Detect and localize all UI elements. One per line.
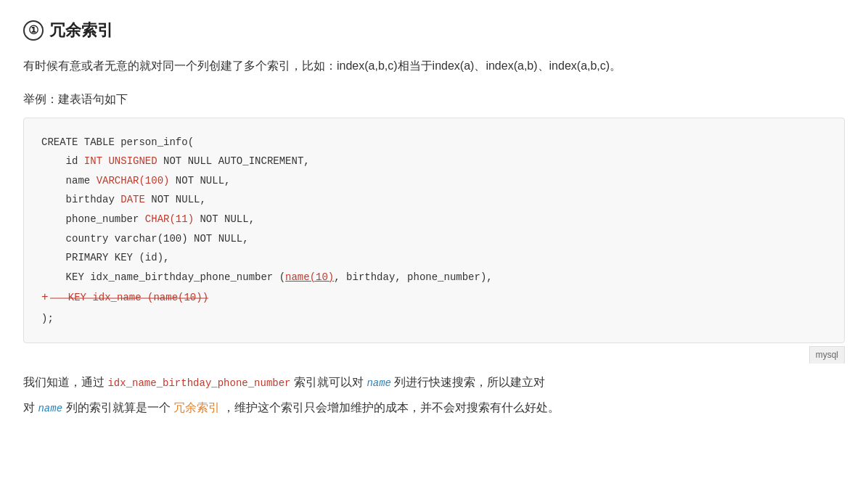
- bt1-inline-code-1: idx_name_birthday_phone_number: [107, 377, 290, 389]
- code-block: CREATE TABLE person_info( id INT UNSIGNE…: [23, 118, 845, 344]
- bottom-text-1: 我们知道，通过 idx_name_birthday_phone_number 索…: [23, 372, 845, 393]
- redundant-link[interactable]: 冗余索引: [173, 401, 220, 414]
- example-label: 举例：建表语句如下: [23, 90, 845, 109]
- mysql-badge: mysql: [809, 346, 845, 364]
- code-line-6: country varchar(100) NOT NULL,: [41, 229, 827, 249]
- description-text: 有时候有意或者无意的就对同一个列创建了多个索引，比如：index(a,b,c)相…: [23, 56, 845, 77]
- section-title: ① 冗余索引: [23, 17, 845, 43]
- code-line-8: KEY idx_name_birthday_phone_number (name…: [41, 268, 827, 287]
- strikethrough-content: KEY idx_name (name(10)): [50, 288, 208, 308]
- bottom-text-2: 对 name 列的索引就算是一个 冗余索引 ，维护这个索引只会增加维护的成本，并…: [23, 398, 845, 419]
- bt2-middle: 列的索引就算是一个: [66, 401, 171, 414]
- bt1-before: 我们知道，通过: [23, 376, 105, 388]
- code-line-9: + KEY idx_name (name(10)): [41, 287, 827, 308]
- code-line-2: id INT UNSIGNED NOT NULL AUTO_INCREMENT,: [41, 152, 827, 171]
- bt2-before: 对: [23, 401, 35, 414]
- code-wrapper: CREATE TABLE person_info( id INT UNSIGNE…: [23, 118, 845, 344]
- code-line-4: birthday DATE NOT NULL,: [41, 190, 827, 210]
- code-line-3: name VARCHAR(100) NOT NULL,: [41, 171, 827, 191]
- code-line-7: PRIMARY KEY (id),: [41, 248, 827, 268]
- bt1-inline-code-2: name: [367, 377, 391, 389]
- code-line-5: phone_number CHAR(11) NOT NULL,: [41, 210, 827, 229]
- bt1-middle: 索引就可以对: [294, 376, 364, 388]
- section-container: ① 冗余索引 有时候有意或者无意的就对同一个列创建了多个索引，比如：index(…: [23, 17, 845, 419]
- code-line-1: CREATE TABLE person_info(: [41, 133, 827, 152]
- bt2-inline-code: name: [38, 403, 62, 414]
- plus-icon: +: [41, 287, 49, 308]
- section-heading: 冗余索引: [49, 17, 113, 43]
- section-number: ①: [23, 20, 44, 41]
- bt1-after: 列进行快速搜索，所以建立对: [394, 376, 545, 388]
- code-line-10: );: [41, 309, 827, 329]
- bt2-end: ，维护这个索引只会增加维护的成本，并不会对搜索有什么好处。: [223, 401, 560, 414]
